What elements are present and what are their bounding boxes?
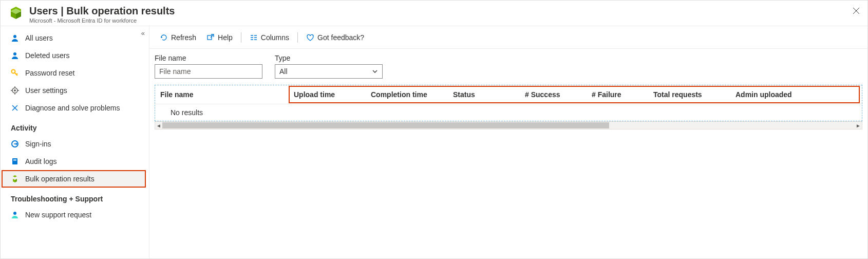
col-success[interactable]: # Success — [520, 90, 587, 99]
filter-type-label: Type — [275, 54, 383, 62]
svg-marker-19 — [15, 179, 17, 182]
svg-rect-14 — [12, 158, 17, 164]
external-link-icon — [206, 33, 215, 42]
scroll-left-icon[interactable]: ◄ — [155, 122, 162, 129]
sidebar: « All users Deleted users Password reset… — [1, 26, 149, 259]
horizontal-scrollbar[interactable]: ◄ ► — [155, 121, 862, 130]
scrollbar-thumb[interactable] — [162, 122, 609, 128]
svg-point-8 — [14, 89, 16, 91]
sidebar-section-activity: Activity — [1, 117, 149, 135]
col-completion-time[interactable]: Completion time — [366, 90, 448, 99]
sidebar-item-label: Password reset — [25, 69, 74, 77]
scroll-right-icon[interactable]: ► — [855, 122, 862, 129]
filter-filename-label: File name — [155, 54, 262, 62]
chevron-down-icon — [372, 68, 378, 75]
sidebar-section-support: Troubleshooting + Support — [1, 188, 149, 206]
page-header: Users | Bulk operation results Microsoft… — [1, 1, 867, 26]
key-icon — [11, 69, 19, 77]
type-dropdown[interactable]: All — [275, 64, 383, 79]
refresh-label: Refresh — [171, 33, 196, 42]
signin-icon — [11, 140, 19, 148]
sidebar-item-signins[interactable]: Sign-ins — [1, 135, 149, 153]
toolbar-separator — [297, 32, 298, 43]
sidebar-item-label: User settings — [25, 86, 67, 95]
heart-icon — [306, 33, 314, 42]
svg-rect-15 — [13, 159, 16, 160]
grid-header-row: File name Upload time Completion time St… — [155, 85, 862, 104]
feedback-label: Got feedback? — [317, 33, 364, 42]
filter-bar: File name Type All — [149, 49, 867, 85]
sidebar-item-label: Diagnose and solve problems — [25, 104, 120, 112]
gear-icon — [11, 86, 19, 95]
columns-label: Columns — [261, 33, 289, 42]
app-logo-icon — [8, 6, 24, 22]
results-grid: File name Upload time Completion time St… — [155, 85, 862, 121]
toolbar: Refresh Help Columns Got feedback? — [149, 26, 867, 49]
help-button[interactable]: Help — [201, 29, 238, 46]
col-admin[interactable]: Admin uploaded — [730, 90, 862, 99]
sidebar-item-label: New support request — [25, 211, 91, 219]
col-filename[interactable]: File name — [155, 90, 289, 99]
sidebar-item-label: Bulk operation results — [25, 175, 95, 183]
close-button[interactable] — [850, 5, 862, 17]
sidebar-item-label: Audit logs — [25, 157, 56, 165]
svg-marker-17 — [13, 175, 17, 177]
sidebar-item-all-users[interactable]: All users — [1, 29, 149, 47]
page-subtitle: Microsoft - Microsoft Entra ID for workf… — [29, 17, 175, 24]
page-title: Users | Bulk operation results — [29, 5, 175, 17]
sidebar-item-label: All users — [25, 34, 53, 42]
sidebar-item-audit-logs[interactable]: Audit logs — [1, 153, 149, 170]
filter-type: Type All — [275, 54, 383, 79]
sidebar-item-bulk-results[interactable]: Bulk operation results — [2, 170, 146, 188]
sidebar-item-new-support-request[interactable]: New support request — [1, 206, 149, 224]
user-icon — [11, 34, 19, 42]
type-dropdown-value: All — [279, 67, 288, 76]
svg-marker-18 — [13, 179, 15, 182]
columns-button[interactable]: Columns — [244, 29, 294, 46]
columns-icon — [250, 33, 258, 42]
col-status[interactable]: Status — [448, 90, 520, 99]
sidebar-item-label: Deleted users — [25, 51, 69, 60]
help-label: Help — [218, 33, 233, 42]
close-icon — [853, 7, 860, 14]
support-icon — [11, 211, 19, 219]
wrench-icon — [11, 104, 19, 112]
sidebar-item-diagnose[interactable]: Diagnose and solve problems — [1, 99, 149, 117]
sidebar-item-label: Sign-ins — [25, 140, 51, 148]
refresh-button[interactable]: Refresh — [155, 29, 201, 46]
svg-point-4 — [13, 35, 16, 38]
user-icon — [11, 51, 19, 60]
sidebar-collapse-button[interactable]: « — [141, 29, 145, 37]
cubes-icon — [11, 175, 19, 183]
toolbar-separator — [241, 32, 241, 43]
svg-point-5 — [13, 52, 16, 55]
grid-empty-state: No results — [155, 104, 862, 121]
filename-input[interactable] — [155, 64, 262, 79]
sidebar-item-password-reset[interactable]: Password reset — [1, 64, 149, 82]
col-upload-time[interactable]: Upload time — [289, 90, 366, 99]
svg-rect-16 — [13, 160, 16, 161]
book-icon — [11, 157, 19, 165]
col-total[interactable]: Total requests — [648, 90, 730, 99]
sidebar-item-deleted-users[interactable]: Deleted users — [1, 47, 149, 64]
col-failure[interactable]: # Failure — [587, 90, 648, 99]
refresh-icon — [160, 33, 168, 42]
svg-point-20 — [13, 212, 16, 215]
feedback-button[interactable]: Got feedback? — [301, 29, 369, 46]
sidebar-item-user-settings[interactable]: User settings — [1, 82, 149, 99]
filter-filename: File name — [155, 54, 262, 79]
main-content: Refresh Help Columns Got feedback? File … — [149, 26, 867, 259]
